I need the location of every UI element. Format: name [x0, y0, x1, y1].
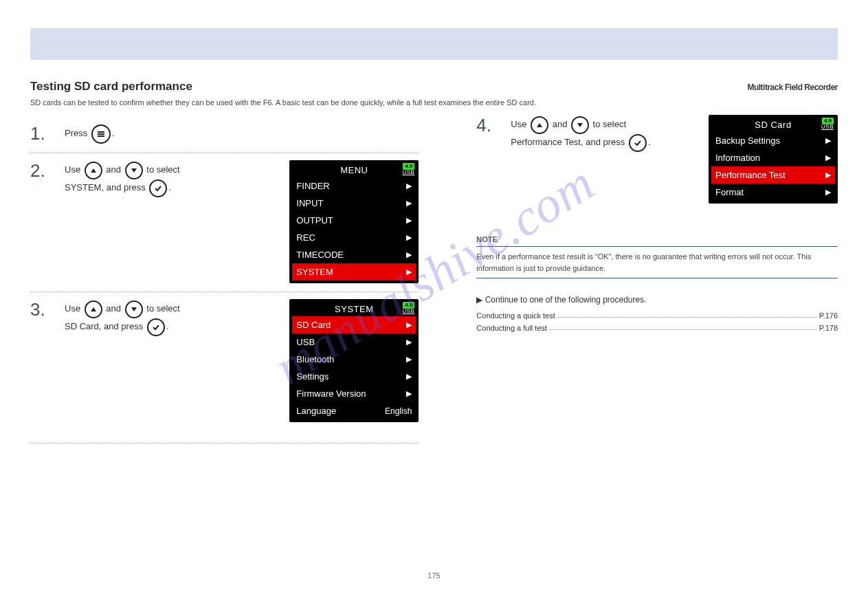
page-number: 175: [427, 571, 440, 580]
menu-icon: [91, 124, 111, 144]
lcd-row-value: English: [385, 406, 412, 416]
svg-marker-8: [577, 123, 583, 127]
check-icon: [147, 318, 165, 336]
lcd-row-label: INPUT: [296, 198, 406, 208]
lcd-row-label: Backup Settings: [715, 135, 825, 146]
chevron-right-icon: ▶: [825, 153, 831, 162]
divider: [30, 443, 419, 443]
lcd-sdcard: SD Card 4.9 USB Backup Settings▶Informat…: [709, 115, 838, 204]
lcd-row-label: SD Card: [296, 320, 406, 330]
subtitle: SD cards can be tested to confirm whethe…: [30, 98, 838, 107]
chevron-right-icon: ▶: [406, 355, 412, 364]
lcd-row-label: Language: [296, 406, 385, 416]
chevron-right-icon: ▶: [825, 136, 831, 145]
step-text: Press .: [65, 124, 419, 144]
chevron-right-icon: ▶: [406, 267, 412, 276]
lcd-row: TIMECODE▶: [292, 246, 416, 263]
lcd-row-label: USB: [296, 337, 406, 347]
down-arrow-icon: [571, 116, 589, 134]
lcd-title: MENU: [292, 165, 416, 175]
lcd-row: REC▶: [292, 229, 416, 246]
svg-marker-7: [537, 123, 542, 127]
lcd-row: SD Card▶: [292, 316, 416, 333]
chevron-right-icon: ▶: [406, 182, 412, 190]
proc-label: Conducting a full test: [476, 324, 547, 332]
note-title: NOTE: [476, 235, 838, 247]
lcd-menu: MENU 4.9 USB FINDER▶INPUT▶OUTPUT▶REC▶TIM…: [289, 160, 419, 283]
title-row: Testing SD card performance Multitrack F…: [30, 79, 838, 94]
chevron-right-icon: ▶: [406, 199, 412, 208]
step-num: 3.: [30, 299, 56, 320]
lcd-row-label: Firmware Version: [296, 388, 406, 399]
check-icon: [149, 179, 167, 197]
lcd-row: Performance Test▶: [711, 166, 835, 184]
left-column: 1. Press . 2. Use and to select: [30, 116, 419, 443]
note-box: NOTE Even if a performance test result i…: [476, 235, 838, 278]
step-num: 1.: [30, 123, 56, 144]
lcd-row: Information▶: [711, 149, 835, 166]
continued: ▶ Continue to one of the following proce…: [476, 295, 838, 305]
proc-row: Conducting a full test P.178: [476, 324, 838, 332]
chevron-right-icon: ▶: [406, 233, 412, 242]
up-arrow-icon: [85, 300, 102, 318]
lcd-row-label: TIMECODE: [296, 250, 406, 260]
svg-marker-3: [91, 168, 96, 173]
down-arrow-icon: [125, 162, 143, 179]
lcd-row: USB▶: [292, 333, 416, 351]
chevron-right-icon: ▶: [406, 216, 412, 225]
lcd-row-label: OUTPUT: [296, 215, 406, 226]
lcd-row: INPUT▶: [292, 195, 416, 212]
lcd-row-label: SYSTEM: [296, 267, 406, 277]
lcd-row: SYSTEM▶: [292, 263, 416, 281]
page-title: Testing SD card performance: [30, 80, 747, 94]
chevron-right-icon: ▶: [406, 320, 412, 329]
proc-page: P.178: [819, 324, 838, 332]
lcd-row-label: Information: [715, 153, 825, 163]
up-arrow-icon: [85, 162, 102, 179]
up-arrow-icon: [531, 116, 548, 134]
step-2: 2. Use and to select SYSTEM, and press .…: [30, 153, 419, 292]
lcd-title: SD Card: [711, 120, 835, 130]
down-arrow-icon: [125, 300, 143, 318]
lcd-row-label: REC: [296, 232, 406, 243]
chevron-right-icon: ▶: [825, 171, 831, 179]
lcd-row-label: FINDER: [296, 181, 406, 191]
usb-indicator: USB: [821, 124, 834, 130]
lcd-row: FINDER▶: [292, 177, 416, 195]
proc-page: P.176: [819, 311, 838, 320]
usb-indicator: USB: [402, 309, 414, 314]
chevron-right-icon: ▶: [406, 389, 412, 398]
step-text: Use and to select SYSTEM, and press .: [65, 162, 282, 283]
chevron-right-icon: ▶: [825, 188, 831, 197]
top-bar: [30, 28, 838, 60]
lcd-row-label: Format: [715, 187, 825, 197]
step-num: 2.: [30, 160, 56, 182]
lcd-row: Firmware Version▶: [292, 385, 416, 402]
lcd-row: Bluetooth▶: [292, 351, 416, 368]
lcd-row-label: Settings: [296, 371, 406, 382]
lcd-row: Format▶: [711, 184, 835, 201]
step-text: Use and to select Performance Test, and …: [511, 116, 702, 204]
model-name: Multitrack Field Recorder: [747, 79, 838, 94]
lcd-row: OUTPUT▶: [292, 212, 416, 229]
note-body: Even if a performance test result is "OK…: [476, 247, 838, 278]
check-icon: [629, 134, 647, 152]
step-3: 3. Use and to select SD Card, and press …: [30, 292, 419, 430]
chevron-right-icon: ▶: [406, 372, 412, 381]
lcd-row-label: Bluetooth: [296, 354, 406, 364]
step-text: Use and to select SD Card, and press .: [65, 300, 282, 422]
svg-marker-6: [131, 307, 137, 311]
lcd-row: Settings▶: [292, 368, 416, 385]
step-4: 4. Use and to select Performance Test, a…: [476, 116, 838, 212]
step-num: 4.: [476, 115, 502, 136]
lcd-title: SYSTEM: [292, 304, 416, 314]
lcd-row-label: Performance Test: [715, 170, 825, 180]
proc-row: Conducting a quick test P.176: [476, 311, 838, 320]
step-1: 1. Press .: [30, 116, 419, 153]
svg-marker-4: [131, 168, 137, 173]
chevron-right-icon: ▶: [406, 250, 412, 259]
chevron-right-icon: ▶: [406, 338, 412, 347]
lcd-row: LanguageEnglish: [292, 402, 416, 419]
usb-indicator: USB: [402, 170, 414, 175]
lcd-system: SYSTEM 4.9 USB SD Card▶USB▶Bluetooth▶Set…: [289, 299, 419, 422]
